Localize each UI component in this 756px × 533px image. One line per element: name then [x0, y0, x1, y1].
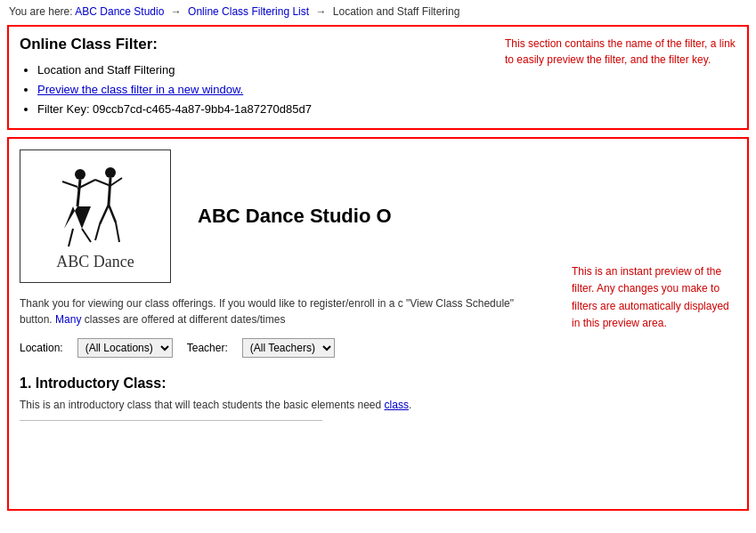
- class-link[interactable]: class: [385, 399, 409, 411]
- class-heading: 1. Introductory Class:: [20, 376, 536, 392]
- svg-line-8: [109, 178, 110, 205]
- filter-card-list: Location and Staff Filtering Preview the…: [37, 61, 736, 119]
- list-item-filter-key: Filter Key: 09ccb7cd-c465-4a87-9bb4-1a87…: [37, 100, 736, 119]
- svg-line-1: [77, 180, 80, 206]
- top-card-note: This section contains the name of the fi…: [505, 36, 736, 68]
- svg-marker-2: [64, 206, 91, 229]
- svg-line-6: [82, 229, 91, 242]
- breadcrumb-link-list[interactable]: Online Class Filtering List: [188, 5, 309, 18]
- logo-cursive-text: ABC Dance: [56, 253, 134, 271]
- logo-box: ABC Dance: [20, 149, 171, 283]
- breadcrumb-link-studio[interactable]: ABC Dance Studio: [75, 5, 164, 18]
- teacher-select[interactable]: (All Teachers): [242, 338, 335, 358]
- svg-line-9: [100, 205, 109, 224]
- location-select[interactable]: (All Locations): [77, 338, 173, 358]
- svg-line-11: [95, 224, 100, 240]
- svg-line-13: [95, 180, 109, 185]
- preview-note: This is an instant preview of the filter…: [572, 263, 736, 332]
- logo-area: ABC Dance ABC Dance Studio O: [20, 149, 536, 283]
- breadcrumb-arrow-2: →: [315, 5, 326, 18]
- preview-card: ABC Dance ABC Dance Studio O Thank you f…: [7, 137, 749, 511]
- preview-inner: ABC Dance ABC Dance Studio O Thank you f…: [20, 149, 536, 421]
- list-item-preview: Preview the class filter in a new window…: [37, 80, 736, 100]
- svg-line-5: [69, 229, 73, 246]
- svg-line-3: [62, 182, 77, 187]
- bottom-divider: [20, 420, 322, 421]
- breadcrumb-current: Location and Staff Filtering: [333, 5, 460, 18]
- breadcrumb-arrow-1: →: [171, 5, 182, 18]
- class-section: 1. Introductory Class: This is an introd…: [20, 376, 536, 421]
- you-are-here-label: You are here:: [9, 5, 73, 18]
- svg-point-0: [75, 169, 85, 180]
- studio-title: ABC Dance Studio O: [198, 205, 392, 228]
- filter-row: Location: (All Locations) Teacher: (All …: [20, 338, 536, 358]
- many-link[interactable]: Many: [55, 313, 81, 326]
- teacher-label: Teacher:: [187, 342, 228, 354]
- class-description: This is an introductory class that will …: [20, 397, 518, 413]
- description-text: Thank you for viewing our class offering…: [20, 295, 527, 327]
- location-label: Location:: [20, 342, 63, 354]
- svg-point-7: [105, 167, 116, 178]
- preview-link[interactable]: Preview the class filter in a new window…: [37, 83, 243, 96]
- dance-couple-icon: [46, 162, 144, 251]
- svg-line-10: [109, 205, 116, 222]
- breadcrumb: You are here: ABC Dance Studio → Online …: [0, 0, 756, 21]
- svg-line-12: [116, 222, 119, 242]
- top-filter-card: Online Class Filter: Location and Staff …: [7, 25, 749, 130]
